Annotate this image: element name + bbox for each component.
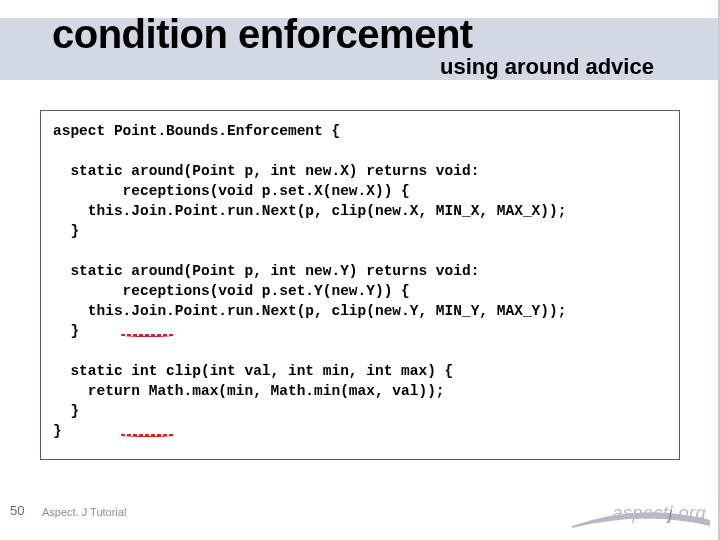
code-box: aspect Point.Bounds.Enforcement { static… — [40, 110, 680, 460]
code-line: aspect Point.Bounds.Enforcement { — [53, 123, 340, 139]
logo-text: aspectj.org — [612, 503, 706, 524]
code-line: this.Join.Point.run.Next(p, clip(new.X, … — [53, 203, 566, 219]
slide-title: condition enforcement — [52, 12, 473, 57]
slide-subtitle: using around advice — [440, 54, 654, 80]
slide: condition enforcement using around advic… — [0, 0, 720, 540]
code-line: receptions(void p.set.Y(new.Y)) { — [53, 283, 410, 299]
page-number: 50 — [10, 503, 24, 518]
title-band: condition enforcement using around advic… — [0, 18, 720, 80]
code-line: } — [53, 323, 79, 339]
code-line: static around(Point p, int new.X) return… — [53, 163, 479, 179]
footer-text: Aspect. J Tutorial — [42, 506, 126, 518]
code-line: return Math.max(min, Math.min(max, val))… — [53, 383, 445, 399]
code-line: static around(Point p, int new.Y) return… — [53, 263, 479, 279]
error-squiggle-icon — [121, 334, 175, 337]
code-line: } — [53, 223, 79, 239]
code-line: receptions(void p.set.X(new.X)) { — [53, 183, 410, 199]
code-block: aspect Point.Bounds.Enforcement { static… — [53, 121, 667, 441]
code-line: } — [53, 423, 62, 439]
code-line: } — [53, 403, 79, 419]
code-line: static int clip(int val, int min, int ma… — [53, 363, 453, 379]
error-squiggle-icon — [121, 434, 175, 437]
aspectj-logo: aspectj.org — [572, 496, 712, 532]
code-line: this.Join.Point.run.Next(p, clip(new.Y, … — [53, 303, 566, 319]
